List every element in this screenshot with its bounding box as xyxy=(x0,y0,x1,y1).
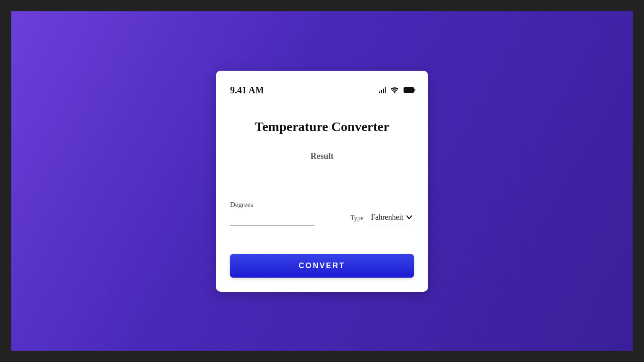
degrees-group: Degrees xyxy=(230,201,314,226)
type-group: Type Fahrenheit xyxy=(350,211,414,225)
page-title: Temperature Converter xyxy=(230,119,414,134)
result-label: Result xyxy=(311,151,334,161)
result-value xyxy=(230,166,414,177)
result-section: Result xyxy=(230,151,414,161)
degrees-label: Degrees xyxy=(230,201,314,209)
status-icons xyxy=(379,87,414,93)
signal-icon xyxy=(379,87,386,93)
form-row: Degrees Type Fahrenheit xyxy=(230,201,414,226)
app-background: 9.41 AM Temperature Converter Result xyxy=(11,11,633,351)
converter-card: 9.41 AM Temperature Converter Result xyxy=(216,71,428,292)
battery-icon xyxy=(404,87,414,93)
wifi-icon xyxy=(390,87,399,93)
type-select[interactable]: Fahrenheit xyxy=(368,211,414,225)
status-bar: 9.41 AM xyxy=(230,85,414,96)
status-time: 9.41 AM xyxy=(230,85,264,96)
type-label: Type xyxy=(350,214,363,222)
degrees-input[interactable] xyxy=(230,211,314,226)
convert-button[interactable]: CONVERT xyxy=(230,254,414,278)
